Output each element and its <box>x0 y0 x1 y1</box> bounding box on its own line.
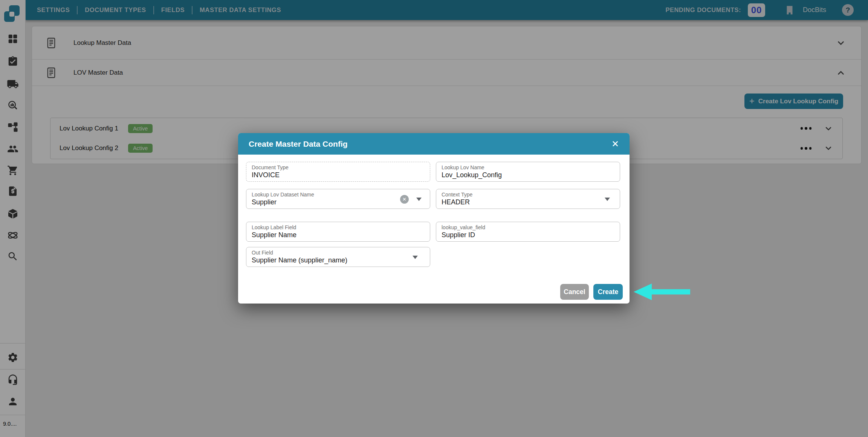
field-label: Out Field <box>252 250 425 256</box>
field-value: Supplier <box>252 198 425 207</box>
field-lookup-lov-name[interactable]: Lookup Lov Name Lov_Lookup_Config <box>436 162 620 182</box>
dropdown-caret-icon[interactable] <box>416 198 422 201</box>
dropdown-caret-icon[interactable] <box>605 198 610 201</box>
field-lookup-label-field[interactable]: Lookup Label Field Supplier Name <box>246 222 430 242</box>
close-icon[interactable]: ✕ <box>611 140 619 149</box>
annotation-arrow-icon <box>634 284 690 301</box>
field-document-type[interactable]: Document Type INVOICE <box>246 162 430 182</box>
dialog-header: Create Master Data Config ✕ <box>238 133 630 155</box>
field-label: Context Type <box>442 192 614 198</box>
field-out-field[interactable]: Out Field Supplier Name (supplier_name) <box>246 247 430 267</box>
dropdown-caret-icon[interactable] <box>413 256 418 259</box>
arrow-shaft <box>651 289 690 294</box>
field-label: Lookup Lov Dataset Name <box>252 192 425 198</box>
field-value: Supplier ID <box>442 231 614 239</box>
field-label: Document Type <box>252 164 425 171</box>
field-label: Lookup Lov Name <box>442 164 614 171</box>
field-value: Supplier Name <box>252 231 425 239</box>
dialog-title: Create Master Data Config <box>249 140 348 149</box>
create-button[interactable]: Create <box>593 284 623 300</box>
cancel-button[interactable]: Cancel <box>560 284 589 300</box>
field-value: INVOICE <box>252 171 425 179</box>
field-value: Lov_Lookup_Config <box>442 171 614 179</box>
field-lookup-value-field[interactable]: lookup_value_field Supplier ID <box>436 222 620 242</box>
field-value: Supplier Name (supplier_name) <box>252 256 425 265</box>
clear-icon[interactable]: ✕ <box>400 195 409 204</box>
field-label: lookup_value_field <box>442 224 614 231</box>
field-label: Lookup Label Field <box>252 224 425 231</box>
field-context-type[interactable]: Context Type HEADER <box>436 189 620 209</box>
field-value: HEADER <box>442 198 614 207</box>
create-master-data-dialog: Create Master Data Config ✕ Document Typ… <box>238 133 630 304</box>
field-lookup-lov-dataset-name[interactable]: Lookup Lov Dataset Name Supplier ✕ <box>246 189 430 209</box>
arrow-head <box>634 284 652 300</box>
